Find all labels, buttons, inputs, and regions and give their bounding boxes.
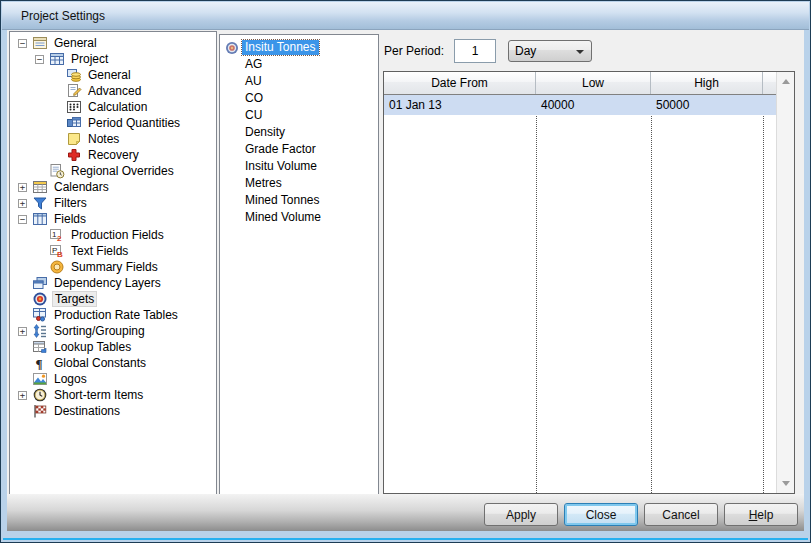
svg-text:2: 2 bbox=[57, 234, 62, 243]
cell-high[interactable]: 50000 bbox=[651, 95, 763, 115]
tree-item-logos[interactable]: Logos bbox=[10, 371, 216, 387]
expand-icon[interactable]: + bbox=[18, 327, 27, 336]
tree-item-sorting-grouping[interactable]: +Sorting/Grouping bbox=[10, 323, 216, 339]
scroll-up-button[interactable] bbox=[777, 73, 794, 90]
list-item-label: AU bbox=[242, 74, 265, 89]
logos-icon bbox=[32, 371, 48, 387]
cell-low[interactable]: 40000 bbox=[536, 95, 651, 115]
tree-item-label: Period Quantities bbox=[86, 116, 182, 130]
column-header-high[interactable]: High bbox=[651, 72, 763, 94]
expander-slot: − bbox=[18, 35, 32, 51]
tree-item-label: Calendars bbox=[52, 180, 111, 194]
project-table-icon bbox=[49, 51, 65, 67]
tree-item-project[interactable]: −Project bbox=[10, 51, 216, 67]
tree-item-label: Summary Fields bbox=[69, 260, 160, 274]
list-item-cu[interactable]: CU bbox=[220, 107, 378, 124]
list-item-label: Metres bbox=[242, 176, 285, 191]
collapse-icon[interactable]: − bbox=[18, 215, 27, 224]
checkered-flag-icon bbox=[32, 403, 48, 419]
column-header-date-from[interactable]: Date From bbox=[384, 72, 536, 94]
footer-buttons: ApplyCloseCancelHelp bbox=[484, 503, 798, 526]
calendar-icon bbox=[32, 179, 48, 195]
expander-slot bbox=[18, 307, 32, 323]
tree-item-summary-fields[interactable]: Summary Fields bbox=[10, 259, 216, 275]
tree-item-label: Dependency Layers bbox=[52, 276, 163, 290]
triangle-down-icon bbox=[782, 481, 790, 486]
per-period-unit-select[interactable]: Day bbox=[508, 40, 592, 62]
tree-item-general[interactable]: General bbox=[10, 67, 216, 83]
tree-item-label: Production Fields bbox=[69, 228, 166, 242]
expand-icon[interactable]: + bbox=[18, 199, 27, 208]
tree-item-label: Global Constants bbox=[52, 356, 148, 370]
scroll-down-button[interactable] bbox=[777, 475, 794, 492]
target-field-list-panel: Insitu TonnesAGAUCOCUDensityGrade Factor… bbox=[219, 34, 379, 495]
titlebar[interactable]: Project Settings bbox=[2, 2, 809, 30]
column-divider bbox=[763, 95, 764, 493]
expander-slot bbox=[18, 339, 32, 355]
tree-item-label: Calculation bbox=[86, 100, 149, 114]
tree-item-text-fields[interactable]: PBText Fields bbox=[10, 243, 216, 259]
tree-item-calendars[interactable]: +Calendars bbox=[10, 179, 216, 195]
tree-item-short-term-items[interactable]: +Short-term Items bbox=[10, 387, 216, 403]
apply-button[interactable]: Apply bbox=[484, 503, 558, 526]
column-divider bbox=[651, 95, 652, 493]
list-item-mined-volume[interactable]: Mined Volume bbox=[220, 209, 378, 226]
list-item-label: Mined Volume bbox=[242, 210, 324, 225]
tree-item-fields[interactable]: −Fields bbox=[10, 211, 216, 227]
expand-icon[interactable]: + bbox=[18, 183, 27, 192]
column-header-filler bbox=[763, 72, 777, 94]
per-period-count-input[interactable] bbox=[454, 39, 496, 63]
tree-item-production-fields[interactable]: 12Production Fields bbox=[10, 227, 216, 243]
tree-item-targets[interactable]: Targets bbox=[10, 291, 216, 307]
dialog-footer: ApplyCloseCancelHelp bbox=[7, 494, 804, 531]
settings-tree-panel: −General−ProjectGeneralAdvancedCalculati… bbox=[9, 31, 217, 497]
cell-date-from[interactable]: 01 Jan 13 bbox=[384, 95, 536, 115]
list-item-ag[interactable]: AG bbox=[220, 56, 378, 73]
list-item-metres[interactable]: Metres bbox=[220, 175, 378, 192]
expander-slot bbox=[52, 99, 66, 115]
lookup-tables-icon bbox=[32, 339, 48, 355]
list-item-label: Insitu Volume bbox=[242, 159, 320, 174]
tree-item-dependency-layers[interactable]: Dependency Layers bbox=[10, 275, 216, 291]
general-coins-icon bbox=[66, 67, 82, 83]
list-item-label: CU bbox=[242, 108, 265, 123]
collapse-icon[interactable]: − bbox=[35, 55, 44, 64]
svg-text:¶: ¶ bbox=[36, 356, 43, 371]
help-button[interactable]: Help bbox=[724, 503, 798, 526]
tree-item-recovery[interactable]: Recovery bbox=[10, 147, 216, 163]
tree-item-calculation[interactable]: Calculation bbox=[10, 99, 216, 115]
cancel-button[interactable]: Cancel bbox=[644, 503, 718, 526]
tree-item-notes[interactable]: Notes bbox=[10, 131, 216, 147]
list-item-insitu-tonnes[interactable]: Insitu Tonnes bbox=[220, 39, 378, 56]
tree-item-global-constants[interactable]: ¶Global Constants bbox=[10, 355, 216, 371]
list-item-co[interactable]: CO bbox=[220, 90, 378, 107]
targets-table-body[interactable]: 01 Jan 134000050000 bbox=[384, 95, 777, 493]
vertical-scrollbar[interactable] bbox=[776, 72, 794, 493]
collapse-icon[interactable]: − bbox=[18, 39, 27, 48]
tree-item-destinations[interactable]: Destinations bbox=[10, 403, 216, 419]
list-item-insitu-volume[interactable]: Insitu Volume bbox=[220, 158, 378, 175]
column-header-low[interactable]: Low bbox=[536, 72, 651, 94]
list-item-icon-slot bbox=[224, 40, 242, 56]
tree-item-label: Sorting/Grouping bbox=[52, 324, 147, 338]
tree-item-general[interactable]: −General bbox=[10, 35, 216, 51]
list-item-label: Density bbox=[242, 125, 288, 140]
tree-item-period-quantities[interactable]: Period Quantities bbox=[10, 115, 216, 131]
expander-slot bbox=[35, 259, 49, 275]
list-item-density[interactable]: Density bbox=[220, 124, 378, 141]
per-period-controls: Per Period: Day bbox=[384, 39, 592, 63]
list-item-grade-factor[interactable]: Grade Factor bbox=[220, 141, 378, 158]
tree-item-filters[interactable]: +Filters bbox=[10, 195, 216, 211]
tree-item-production-rate-tables[interactable]: Production Rate Tables bbox=[10, 307, 216, 323]
expander-slot bbox=[35, 163, 49, 179]
tree-item-lookup-tables[interactable]: Lookup Tables bbox=[10, 339, 216, 355]
tree-item-regional-overrides[interactable]: Regional Overrides bbox=[10, 163, 216, 179]
tree-item-advanced[interactable]: Advanced bbox=[10, 83, 216, 99]
table-row[interactable]: 01 Jan 134000050000 bbox=[384, 95, 777, 115]
per-period-unit-value: Day bbox=[515, 44, 536, 58]
close-button[interactable]: Close bbox=[564, 503, 638, 526]
list-item-au[interactable]: AU bbox=[220, 73, 378, 90]
list-item-mined-tonnes[interactable]: Mined Tonnes bbox=[220, 192, 378, 209]
expand-icon[interactable]: + bbox=[18, 391, 27, 400]
regional-overrides-icon bbox=[49, 163, 65, 179]
